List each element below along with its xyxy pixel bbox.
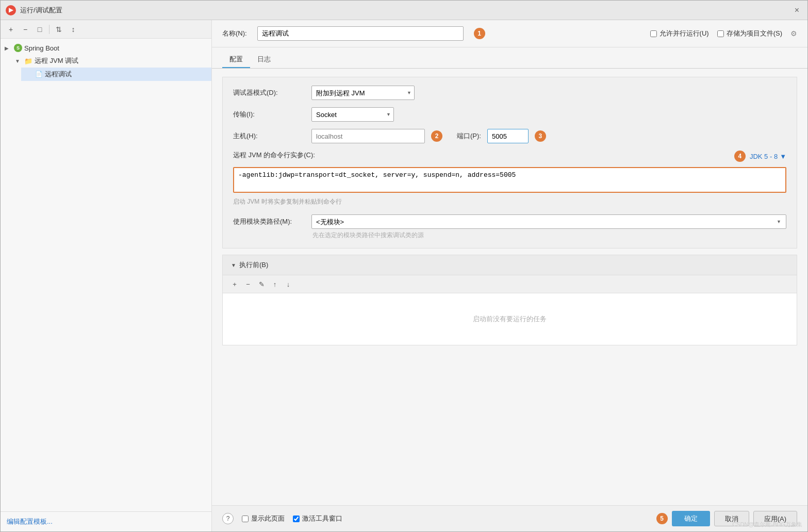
jdk-link[interactable]: JDK 5 - 8 ▼	[750, 153, 786, 160]
save-project-checkbox-label[interactable]: 存储为项目文件(S)	[717, 29, 782, 38]
remote-jvm-label: 远程 JVM 调试	[35, 56, 78, 65]
module-row: 使用模块类路径(M): <无模块>	[233, 214, 786, 229]
debugger-mode-label: 调试器模式(D):	[233, 88, 305, 97]
transport-row: 传输(I): Socket	[233, 107, 786, 122]
module-label: 使用模块类路径(M):	[233, 217, 305, 226]
cmd-args-label: 远程 JVM 的命令行实参(C):	[233, 151, 315, 160]
tabs-area: 配置 日志	[212, 47, 807, 69]
dialog-icon: ▶	[6, 5, 16, 15]
name-label: 名称(N):	[222, 29, 247, 38]
sidebar-footer: 编辑配置模板...	[1, 511, 211, 531]
host-label: 主机(H):	[233, 131, 305, 141]
folder-icon: 📁	[24, 57, 32, 65]
remove-config-button[interactable]: −	[19, 23, 31, 36]
tabs: 配置 日志	[222, 52, 797, 68]
allow-parallel-checkbox[interactable]	[650, 30, 657, 37]
help-button[interactable]: ?	[222, 513, 234, 524]
jdk-arrow-icon: ▼	[780, 153, 786, 160]
move-config-button[interactable]: ⇅	[53, 23, 65, 36]
exec-empty-text: 启动前没有要运行的任务	[473, 314, 547, 324]
tab-config[interactable]: 配置	[222, 52, 250, 68]
module-select-wrapper: <无模块>	[311, 214, 786, 229]
add-icon: +	[9, 25, 13, 34]
name-input[interactable]	[257, 26, 464, 41]
exec-down-button[interactable]: ↓	[283, 278, 294, 290]
badge-3: 3	[535, 130, 546, 142]
activate-tool-text: 激活工具窗口	[302, 514, 342, 523]
tree-children: ▼ 📁 远程 JVM 调试 📄 远程调试	[1, 54, 211, 81]
spring-boot-icon: S	[14, 44, 22, 52]
allow-parallel-label: 允许并行运行(U)	[659, 29, 709, 38]
main-content: + − □ ⇅ ↕ ▶	[1, 20, 807, 531]
allow-parallel-checkbox-label[interactable]: 允许并行运行(U)	[650, 29, 709, 38]
config-file-icon: 📄	[35, 70, 43, 78]
tab-log[interactable]: 日志	[250, 52, 278, 68]
cmd-args-section: 远程 JVM 的命令行实参(C): 4 JDK 5 - 8 ▼ 启动 JVM 时…	[233, 151, 786, 206]
bottom-checkboxes: 显示此页面 激活工具窗口	[242, 514, 342, 523]
jdk-label: JDK 5 - 8	[750, 153, 778, 160]
sidebar: + − □ ⇅ ↕ ▶	[1, 20, 212, 531]
module-select[interactable]: <无模块>	[311, 214, 786, 229]
transport-select[interactable]: Socket	[311, 107, 394, 122]
exec-toolbar: + − ✎ ↑ ↓	[223, 275, 797, 293]
confirm-button[interactable]: 确定	[672, 511, 710, 526]
port-input[interactable]	[487, 129, 529, 143]
gear-icon: ⚙	[790, 29, 797, 38]
sort-icon: ↕	[72, 25, 75, 34]
title-bar-left: ▶ 运行/调试配置	[6, 5, 62, 15]
badge-4: 4	[734, 151, 746, 162]
show-page-text: 显示此页面	[251, 514, 285, 523]
cmd-args-header-row: 远程 JVM 的命令行实参(C): 4 JDK 5 - 8 ▼	[233, 151, 786, 164]
config-content: 调试器模式(D): 附加到远程 JVM 传输(I): Socket	[212, 69, 807, 505]
save-project-checkbox[interactable]	[717, 30, 724, 37]
exec-remove-button[interactable]: −	[242, 278, 254, 290]
before-exec-header: ▼ 执行前(B)	[223, 255, 797, 275]
exec-add-button[interactable]: +	[229, 278, 240, 290]
title-bar: ▶ 运行/调试配置 ×	[1, 1, 807, 20]
show-page-checkbox[interactable]	[242, 516, 249, 522]
host-input[interactable]	[311, 129, 425, 143]
bottom-bar: ? 显示此页面 激活工具窗口 5 确定 取消	[212, 505, 807, 531]
main-panel: 名称(N): 1 允许并行运行(U) 存储为项目文件(S) ⚙	[212, 20, 807, 531]
tree-item-spring-boot[interactable]: ▶ S Spring Boot	[1, 42, 211, 54]
before-exec-title: 执行前(B)	[239, 260, 268, 270]
module-hint: 先在选定的模块类路径中搜索调试类的源	[312, 231, 786, 240]
activate-tool-label[interactable]: 激活工具窗口	[293, 514, 342, 523]
tree-item-remote-jvm[interactable]: ▼ 📁 远程 JVM 调试	[11, 54, 211, 68]
cmd-hint-text: 启动 JVM 时将实参复制并粘贴到命令行	[233, 197, 786, 206]
exec-up-button[interactable]: ↑	[269, 278, 281, 290]
edit-template-link[interactable]: 编辑配置模板...	[7, 518, 53, 525]
config-form-section: 调试器模式(D): 附加到远程 JVM 传输(I): Socket	[222, 77, 797, 248]
badge-1: 1	[474, 28, 485, 39]
config-tree: ▶ S Spring Boot ▼ 📁 远程 JVM 调试 📄	[1, 39, 211, 511]
top-bar: 名称(N): 1 允许并行运行(U) 存储为项目文件(S) ⚙	[212, 20, 807, 47]
tree-children-remote-jvm: 📄 远程调试	[11, 68, 211, 81]
save-project-label: 存储为项目文件(S)	[727, 29, 782, 38]
exec-empty-content: 启动前没有要运行的任务	[223, 293, 797, 345]
host-port-row: 主机(H): 2 端口(P): 3	[233, 129, 786, 143]
copy-icon: □	[38, 25, 42, 34]
move-icon: ⇅	[56, 25, 62, 34]
activate-tool-checkbox[interactable]	[293, 516, 300, 522]
add-config-button[interactable]: +	[5, 23, 17, 36]
debugger-mode-row: 调试器模式(D): 附加到远程 JVM	[233, 86, 786, 100]
watermark: CSDN@查尔斯-BUG万象集	[732, 521, 802, 528]
minus-icon: −	[23, 25, 27, 34]
copy-config-button[interactable]: □	[34, 23, 46, 36]
debugger-mode-select[interactable]: 附加到远程 JVM	[311, 86, 415, 100]
transport-select-wrapper: Socket	[311, 107, 394, 122]
badge-2: 2	[431, 130, 442, 142]
before-exec-collapse-icon: ▼	[231, 262, 236, 268]
toolbar-separator	[49, 25, 50, 34]
sort-config-button[interactable]: ↕	[67, 23, 79, 36]
show-page-label[interactable]: 显示此页面	[242, 514, 285, 523]
close-button[interactable]: ×	[791, 5, 802, 16]
tree-item-remote-debug[interactable]: 📄 远程调试	[21, 68, 211, 81]
remote-debug-label: 远程调试	[45, 70, 72, 79]
port-label: 端口(P):	[457, 131, 481, 141]
exec-edit-button[interactable]: ✎	[256, 278, 267, 290]
transport-label: 传输(I):	[233, 110, 305, 119]
dialog-title: 运行/调试配置	[20, 6, 62, 15]
sidebar-toolbar: + − □ ⇅ ↕	[1, 20, 211, 39]
cmd-args-textarea[interactable]	[233, 167, 786, 193]
